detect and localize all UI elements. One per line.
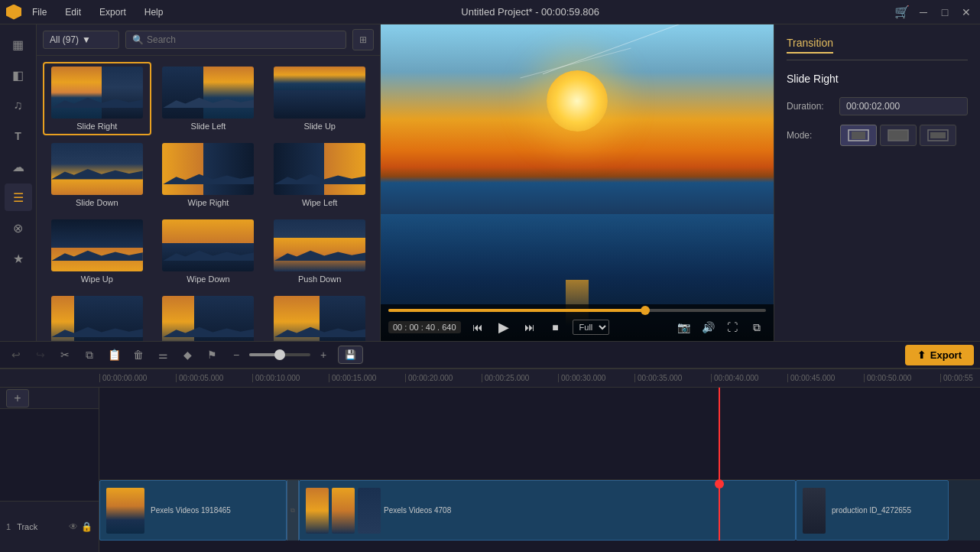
export-button[interactable]: ⬆ Export — [905, 345, 974, 365]
transition-item-slide-left[interactable]: Slide Left — [154, 62, 263, 135]
clip-2[interactable]: Pexels Videos 4708 — [299, 480, 796, 541]
close-button[interactable]: ✕ — [959, 5, 974, 20]
mode-row: Mode: — [787, 125, 968, 146]
transition-thumb-wipe-right — [162, 143, 254, 195]
clip-3-label: production ID_4272655 — [832, 506, 911, 515]
split-button[interactable]: ⚌ — [153, 345, 173, 365]
zoom-handle[interactable] — [274, 349, 285, 360]
timeline: 00:00:00.000 00:00:05.000 00:00:10.000 0… — [0, 369, 980, 552]
next-frame-button[interactable]: ⏭ — [521, 318, 539, 336]
play-button[interactable]: ▶ — [495, 318, 513, 336]
preview-area: 00 : 00 : 40 . 640 ⏮ ▶ ⏭ ■ Full 1/2 1/4 … — [381, 24, 980, 341]
cart-icon[interactable]: 🛒 — [894, 5, 910, 19]
transition-item-slide-down[interactable]: Slide Down — [43, 138, 151, 212]
cut-button[interactable]: ✂ — [55, 345, 75, 365]
video-controls: 00 : 00 : 40 . 640 ⏮ ▶ ⏭ ■ Full 1/2 1/4 … — [381, 304, 774, 341]
svg-rect-1 — [852, 132, 865, 139]
timeline-content: + 1 Track 👁 🔒 Pexels Videos 1918465 — [0, 388, 980, 552]
progress-bar[interactable] — [388, 309, 766, 312]
add-track-button[interactable]: + — [6, 389, 29, 408]
mode-fit-button[interactable] — [840, 125, 877, 146]
ruler-mark: 00:00:05.000 — [176, 374, 252, 382]
flag-button[interactable]: ⚑ — [202, 345, 222, 365]
transition-item-wipe-right[interactable]: Wipe Right — [154, 138, 263, 212]
track-visibility-button[interactable]: 👁 — [69, 521, 78, 532]
progress-handle[interactable] — [641, 306, 650, 315]
copy-button[interactable]: ⧉ — [80, 345, 99, 365]
transition-item-push-down[interactable]: Push Down — [265, 215, 374, 288]
grid-view-button[interactable]: ⊞ — [352, 29, 374, 50]
timeline-empty-area — [99, 388, 980, 479]
transition-label: Wipe Down — [187, 274, 229, 284]
redo-button[interactable]: ↪ — [31, 345, 50, 365]
zoom-out-button[interactable]: − — [226, 345, 246, 365]
clip-3[interactable]: production ID_4272655 — [796, 480, 949, 541]
menu-export[interactable]: Export — [96, 5, 129, 19]
timeline-ruler: 00:00:00.000 00:00:05.000 00:00:10.000 0… — [0, 369, 980, 388]
fullscreen-button[interactable]: ⛶ — [723, 318, 741, 336]
sidebar-item-effects[interactable]: ☁ — [5, 153, 32, 180]
sidebar-item-media[interactable]: ▦ — [5, 31, 32, 58]
track-clips-area: Pexels Videos 1918465 ⧉ Pexels Videos 47… — [99, 479, 980, 541]
minimize-button[interactable]: ─ — [916, 5, 931, 20]
pip-button[interactable]: ⧉ — [748, 318, 766, 336]
clip-1[interactable]: Pexels Videos 1918465 — [99, 480, 287, 541]
sidebar-item-text[interactable]: T — [5, 122, 32, 150]
category-dropdown[interactable]: All (97) ▼ — [43, 31, 119, 49]
track-name: Track — [17, 522, 37, 531]
sidebar-item-filter[interactable]: ⊗ — [5, 214, 32, 242]
search-input[interactable] — [147, 34, 339, 45]
screenshot-button[interactable]: 📷 — [674, 318, 693, 336]
save-button[interactable]: 💾 — [338, 346, 363, 364]
transition-gap-1[interactable]: ⧉ — [287, 480, 299, 541]
transition-item-wipe-left[interactable]: Wipe Left — [265, 138, 374, 212]
maximize-button[interactable]: □ — [937, 5, 952, 20]
transition-item-wipe-down[interactable]: Wipe Down — [154, 215, 263, 288]
quality-select[interactable]: Full 1/2 1/4 — [573, 320, 609, 335]
menu-edit[interactable]: Edit — [62, 5, 84, 19]
transition-label: Slide Right — [76, 122, 117, 131]
mode-buttons — [840, 125, 956, 146]
transition-label: Wipe Up — [81, 274, 113, 284]
title-bar: File Edit Export Help Untitled Project* … — [0, 0, 980, 24]
marker-button[interactable]: ◆ — [177, 345, 197, 365]
right-section: 00 : 00 : 40 . 640 ⏮ ▶ ⏭ ■ Full 1/2 1/4 … — [381, 24, 980, 341]
mode-crop-button[interactable] — [920, 125, 956, 146]
svg-rect-2 — [888, 130, 908, 141]
transition-item-12[interactable] — [265, 291, 374, 341]
transition-grid: Slide Right Slide Left — [37, 56, 380, 341]
settings-panel: Transition Slide Right Duration: Mode: — [774, 24, 980, 341]
menu-help[interactable]: Help — [141, 5, 167, 19]
export-icon: ⬆ — [917, 349, 926, 361]
sidebar-item-audio[interactable]: ♫ — [5, 92, 32, 119]
stop-button[interactable]: ■ — [547, 318, 565, 336]
zoom-in-button[interactable]: + — [313, 345, 333, 365]
transition-item-10[interactable] — [43, 291, 151, 341]
playhead-marker[interactable] — [715, 479, 724, 489]
transition-item-slide-up[interactable]: Slide Up — [265, 62, 374, 135]
volume-button[interactable]: 🔊 — [699, 318, 717, 336]
clip-2-thumbnail-b — [332, 488, 355, 534]
duration-input[interactable] — [839, 97, 968, 115]
main-content: ▦ ◧ ♫ T ☁ ☰ ⊗ ★ All (97) ▼ 🔍 ⊞ — [0, 24, 980, 341]
prev-frame-button[interactable]: ⏮ — [469, 318, 487, 336]
transition-label: Wipe Left — [302, 198, 337, 207]
svg-rect-4 — [930, 132, 946, 138]
transition-label: Slide Left — [191, 122, 226, 131]
panel-toolbar: All (97) ▼ 🔍 ⊞ — [37, 24, 380, 56]
paste-button[interactable]: 📋 — [104, 345, 124, 365]
sidebar-item-layers[interactable]: ◧ — [5, 61, 32, 89]
settings-tab[interactable]: Transition — [787, 37, 833, 54]
delete-button[interactable]: 🗑 — [128, 345, 148, 365]
sidebar-item-favorites[interactable]: ★ — [5, 245, 32, 272]
transition-item-slide-right[interactable]: Slide Right — [43, 62, 151, 135]
track-lock-button[interactable]: 🔒 — [81, 521, 92, 532]
transition-item-11[interactable] — [154, 291, 263, 341]
undo-button[interactable]: ↩ — [6, 345, 26, 365]
playhead — [719, 388, 720, 541]
menu-file[interactable]: File — [29, 5, 50, 19]
transition-item-wipe-up[interactable]: Wipe Up — [43, 215, 151, 288]
zoom-track[interactable] — [249, 353, 310, 356]
sidebar-item-transitions[interactable]: ☰ — [5, 183, 32, 211]
mode-stretch-button[interactable] — [880, 125, 917, 146]
